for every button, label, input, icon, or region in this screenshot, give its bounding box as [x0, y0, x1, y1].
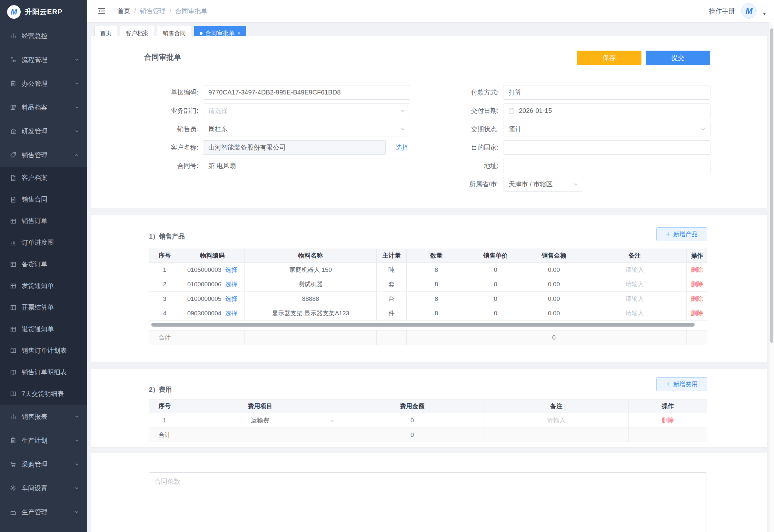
sidebar-item-workshop-settings[interactable]: 车间设置 [0, 476, 87, 500]
sidebar-item-sales-order[interactable]: 销售订单 [0, 210, 87, 232]
sidebar-item-material-archives[interactable]: 料品档案 [0, 95, 87, 119]
add-product-button[interactable]: + 新增产品 [656, 227, 707, 241]
payment-input[interactable] [503, 85, 710, 100]
chevron-down-icon [74, 509, 79, 515]
sidebar-item-business-overview[interactable]: 经营总控 [0, 24, 87, 48]
delete-row-link[interactable]: 删除 [691, 266, 703, 273]
department-select[interactable]: 请选择 [203, 103, 410, 118]
sidebar-item-label: 开票结算单 [22, 303, 79, 312]
sidebar-item-label: 研发管理 [22, 127, 74, 136]
book-icon [10, 347, 17, 354]
note-input[interactable]: 请输入 [626, 295, 644, 302]
delete-row-link[interactable]: 删除 [662, 417, 674, 424]
cell-expense-amount[interactable]: 0 [340, 413, 484, 428]
note-input[interactable]: 请输入 [626, 310, 644, 317]
select-material-link[interactable]: 选择 [225, 295, 237, 302]
sidebar-item-delivery-7day[interactable]: 7天交货明细表 [0, 383, 87, 405]
table-icon [10, 282, 17, 290]
sidebar-item-workshop-processing[interactable]: 加工车间 [0, 524, 87, 532]
clipboard-icon [10, 437, 17, 444]
sidebar-item-label: 流程管理 [22, 55, 74, 64]
sidebar-item-sales-report[interactable]: 销售报表 [0, 405, 87, 429]
sidebar-item-production-plan[interactable]: 生产计划 [0, 429, 87, 452]
sidebar-item-return-notice[interactable]: 退货通知单 [0, 318, 87, 340]
sales-submenu: 客户档案 销售合同 销售订单 订单进度图 备货订单 发货通知单 [0, 167, 87, 405]
sidebar-item-customer-archives[interactable]: 客户档案 [0, 167, 87, 189]
cell-unit-price[interactable]: 0 [466, 306, 525, 321]
province-cascader[interactable]: 天津市 / 市辖区 [503, 177, 583, 192]
submit-button[interactable]: 提交 [646, 51, 710, 65]
sidebar-item-production-mgmt[interactable]: 生产管理 [0, 500, 87, 524]
breadcrumb-separator: / [170, 7, 172, 15]
select-material-link[interactable]: 选择 [225, 266, 237, 273]
horizontal-scrollbar-thumb[interactable] [151, 323, 695, 327]
breadcrumb-sales-mgmt[interactable]: 销售管理 [140, 7, 166, 15]
sidebar-item-sales-contract[interactable]: 销售合同 [0, 189, 87, 210]
cell-expense-item[interactable]: 运输费 [180, 413, 340, 428]
manual-link[interactable]: 操作手册 [709, 7, 735, 15]
cell-qty[interactable]: 8 [407, 263, 466, 277]
save-button[interactable]: 保存 [577, 51, 641, 65]
sidebar-item-purchase-mgmt[interactable]: 采购管理 [0, 452, 87, 476]
note-input[interactable]: 请输入 [626, 281, 644, 288]
cell-material-name: 88888 [245, 292, 377, 306]
document-icon [10, 196, 17, 203]
cell-seq: 1 [149, 263, 180, 277]
salesman-select[interactable]: 周桂东 [203, 122, 410, 136]
breadcrumb-current: 合同审批单 [175, 7, 207, 15]
sidebar-item-sales-order-plan[interactable]: 销售订单计划表 [0, 340, 87, 361]
product-row: 3 0100000005选择 88888 台 8 0 0.00 请输入 删除 [149, 292, 707, 306]
user-menu-caret-icon[interactable]: ▾ [763, 11, 766, 19]
active-dot [200, 32, 203, 35]
app-name: 升阳云ERP [25, 7, 63, 17]
sidebar-item-rnd-mgmt[interactable]: 研发管理 [0, 119, 87, 143]
sidebar-item-sales-mgmt[interactable]: 销售管理 [0, 143, 87, 167]
collapse-menu-icon[interactable] [97, 6, 106, 16]
breadcrumb-home[interactable]: 首页 [117, 7, 130, 15]
total-empty [583, 330, 687, 345]
cell-qty[interactable]: 8 [407, 277, 466, 292]
contract-terms-textarea[interactable] [149, 472, 707, 532]
delivery-date-picker[interactable]: 2026-01-15 [503, 103, 710, 118]
sidebar-item-label: 采购管理 [22, 460, 74, 469]
sidebar-item-process-mgmt[interactable]: 流程管理 [0, 48, 87, 72]
sidebar-item-office-mgmt[interactable]: 办公管理 [0, 72, 87, 95]
add-expense-button[interactable]: + 新增费用 [656, 377, 707, 391]
note-input[interactable]: 请输入 [626, 266, 644, 273]
select-material-link[interactable]: 选择 [225, 281, 237, 288]
delivery-status-select[interactable]: 预计 [503, 122, 710, 136]
sidebar-item-label: 备货订单 [22, 260, 79, 269]
sidebar-item-invoice-settlement[interactable]: 开票结算单 [0, 297, 87, 318]
sidebar-item-sales-order-detail[interactable]: 销售订单明细表 [0, 361, 87, 383]
close-icon[interactable]: × [237, 31, 241, 36]
delete-row-link[interactable]: 删除 [691, 310, 703, 317]
field-label: 合同号: [91, 162, 203, 170]
delete-row-link[interactable]: 删除 [691, 281, 703, 288]
contract-no-input[interactable] [203, 159, 410, 173]
avatar[interactable]: M [741, 3, 757, 19]
total-empty [407, 330, 466, 345]
cell-qty[interactable]: 8 [407, 292, 466, 306]
note-input[interactable]: 请输入 [547, 417, 566, 424]
field-label: 付款方式: [391, 88, 503, 97]
cell-material-code: 0105000003选择 [180, 263, 245, 277]
doc-code-input[interactable] [203, 85, 410, 100]
cell-unit-price[interactable]: 0 [466, 292, 525, 306]
vertical-scrollbar-thumb[interactable] [770, 28, 773, 343]
address-input[interactable] [503, 159, 710, 173]
sidebar: M 升阳云ERP 经营总控 流程管理 办公管理 料品档案 研发管理 [0, 0, 87, 532]
cell-unit-price[interactable]: 0 [466, 277, 525, 292]
sidebar-item-shipping-notice[interactable]: 发货通知单 [0, 275, 87, 297]
cell-unit-price[interactable]: 0 [466, 263, 525, 277]
select-material-link[interactable]: 选择 [225, 310, 237, 317]
products-table: 序号 物料编码 物料名称 主计量 数量 销售单价 销售金额 备注 操作 [149, 249, 707, 321]
dest-country-input[interactable] [503, 140, 710, 155]
cell-qty[interactable]: 8 [407, 306, 466, 321]
form-right-column: 付款方式: 交付日期: 2026-01-15 交期状态: [391, 85, 710, 195]
book-icon [10, 369, 17, 376]
customer-input[interactable] [203, 140, 386, 155]
delete-row-link[interactable]: 删除 [691, 295, 703, 302]
cell-unit: 吨 [377, 263, 407, 277]
sidebar-item-stock-order[interactable]: 备货订单 [0, 253, 87, 275]
sidebar-item-order-progress[interactable]: 订单进度图 [0, 232, 87, 253]
